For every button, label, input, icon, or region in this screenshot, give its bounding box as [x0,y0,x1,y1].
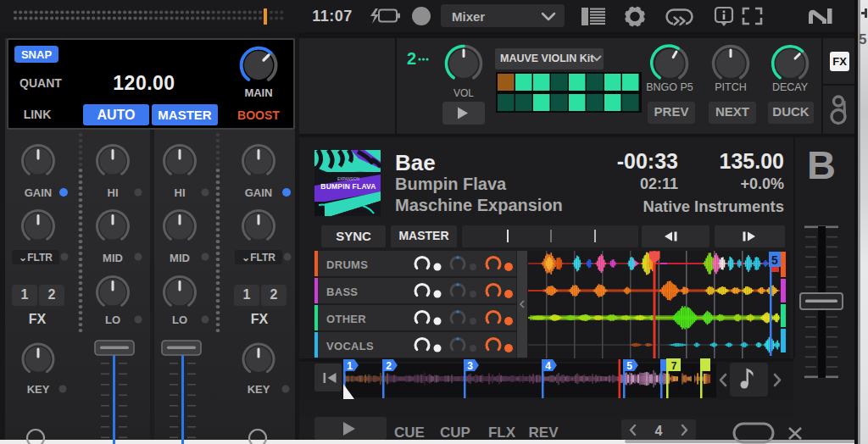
svg-text:2: 2 [386,360,392,372]
svg-text:BUMPIN FLAVA: BUMPIN FLAVA [320,182,376,191]
svg-text:4: 4 [545,360,551,372]
svg-text:3: 3 [467,360,473,372]
svg-text:EXPANSION: EXPANSION [337,177,359,181]
svg-text:7: 7 [671,360,677,372]
svg-text:5: 5 [771,253,778,267]
svg-text:5: 5 [626,360,632,372]
svg-text:1: 1 [347,360,353,372]
